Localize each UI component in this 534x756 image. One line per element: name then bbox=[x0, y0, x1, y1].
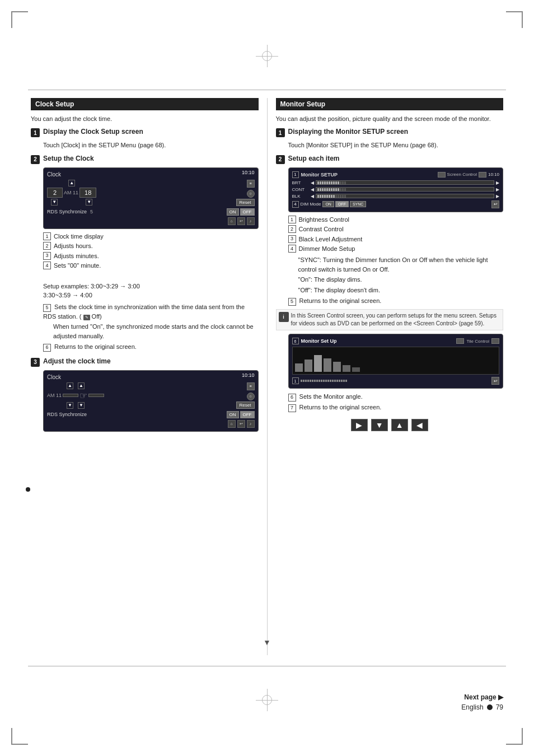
angle-slider-track bbox=[301, 380, 490, 382]
note-icon: i bbox=[279, 312, 289, 322]
side-icon-1[interactable]: ≡ bbox=[247, 180, 255, 188]
angle-bar-7 bbox=[352, 367, 360, 372]
min-down-btn-2[interactable]: ▼ bbox=[78, 402, 85, 409]
screen-bottom-icons-2: ⌂ ↩ ♪ bbox=[47, 420, 255, 428]
clock-list-item-4: 4 Sets "00" minute. bbox=[43, 262, 259, 270]
screen-icon-home-2[interactable]: ⌂ bbox=[228, 420, 236, 428]
am-pm-label: AM 11 bbox=[64, 190, 78, 195]
dim-off-btn[interactable]: OFF bbox=[335, 201, 349, 207]
page-num-row: English 79 bbox=[461, 703, 503, 711]
on-off-buttons: ON OFF bbox=[227, 208, 255, 216]
angle-bar-5 bbox=[333, 362, 341, 372]
cont-label: CONT bbox=[292, 187, 309, 192]
clock-list-item-1: 1 Clock time display bbox=[43, 232, 259, 241]
angle-end-icons: ↩ bbox=[491, 377, 499, 385]
brt-right-arrow[interactable]: ▶ bbox=[496, 180, 499, 185]
monitor-setup-section: Monitor Setup You can adjust the positio… bbox=[268, 98, 504, 655]
angle-icon-btn[interactable]: ↩ bbox=[491, 377, 499, 385]
arrow-left-btn[interactable]: ◀ bbox=[411, 419, 428, 431]
brt-track bbox=[316, 180, 495, 185]
arrow-right-btn[interactable]: ▶ bbox=[351, 419, 368, 431]
arrow-up-btn[interactable]: ▲ bbox=[391, 419, 408, 431]
min-up-btn-2[interactable]: ▲ bbox=[78, 382, 85, 389]
next-page-label: Next page ▶ bbox=[461, 693, 503, 701]
main-content: Clock Setup You can adjust the clock tim… bbox=[31, 98, 503, 655]
angle-bar-1 bbox=[295, 363, 303, 372]
monitor-num-7: 7 bbox=[288, 404, 296, 412]
monitor-list-text-2: Contrast Control bbox=[299, 225, 344, 234]
dim-icon[interactable]: ↩ bbox=[491, 200, 499, 208]
angle-icon-1 bbox=[456, 338, 464, 344]
clock-intro: You can adjust the clock time. bbox=[31, 115, 259, 123]
arrow-down-btn[interactable]: ▼ bbox=[371, 419, 388, 431]
cont-right-arrow[interactable]: ▶ bbox=[496, 187, 499, 192]
min-down-btn[interactable]: ▼ bbox=[86, 199, 92, 206]
rds-icon: ✎ bbox=[83, 315, 90, 320]
hour-display: 2 bbox=[47, 188, 63, 198]
reset-btn-1[interactable]: Reset bbox=[236, 199, 255, 206]
clock-setup-section: Clock Setup You can adjust the clock tim… bbox=[31, 98, 268, 655]
monitor-list-item-4: 4 Dimmer Mode Setup bbox=[288, 245, 504, 253]
clock-list-text-3: Adjusts minutes. bbox=[54, 252, 99, 260]
monitor-num-6: 6 bbox=[288, 394, 296, 402]
monitor-num-indicator: 1 bbox=[292, 171, 299, 178]
hour-display-2 bbox=[63, 394, 78, 397]
screen-ctrl-icon bbox=[438, 172, 446, 178]
monitor-list-num-2: 2 bbox=[288, 225, 296, 233]
rds-label: RDS Synchronize bbox=[47, 209, 87, 214]
rds-row: RDS Synchronize 5 ON OFF bbox=[47, 208, 255, 216]
on-off-buttons-2: ON OFF bbox=[227, 411, 255, 418]
clock-time-display-1: 10:10 bbox=[242, 170, 255, 175]
blk-left-arrow[interactable]: ◀ bbox=[311, 194, 314, 199]
monitor-time: 10:10 bbox=[488, 172, 499, 177]
clock-item6-text: 6 Returns to the original screen. bbox=[43, 342, 259, 352]
off-btn[interactable]: OFF bbox=[240, 208, 255, 216]
angle-screen-mockup: 6 Monitor Set Up Tile Control bbox=[288, 334, 504, 389]
monitor-list-item-1: 1 Brightness Control bbox=[288, 216, 504, 224]
brt-left-arrow[interactable]: ◀ bbox=[311, 180, 314, 185]
screen-ctrl-icon-2 bbox=[479, 172, 486, 178]
monitor-setup-title: Monitor Setup bbox=[280, 100, 326, 108]
clock-step-3: 3 Adjust the clock time bbox=[31, 357, 259, 367]
monitor-step-2-num: 2 bbox=[276, 155, 285, 164]
monitor-num-5: 5 bbox=[288, 298, 296, 306]
hour-up-btn-2[interactable]: ▲ bbox=[67, 382, 73, 389]
page-line-bottom bbox=[28, 666, 506, 666]
cont-left-arrow[interactable]: ◀ bbox=[311, 187, 314, 192]
down-arrow-indicator: ▼ bbox=[263, 638, 271, 647]
monitor-item7-text: 7 Returns to the original screen. bbox=[288, 403, 504, 412]
hour-up-btn[interactable]: ▲ bbox=[68, 180, 75, 186]
monitor-list-text-1: Brightness Control bbox=[299, 216, 350, 224]
side-icon-3[interactable]: ≡ bbox=[247, 382, 255, 390]
clock-item5-detail: When turned "On", the synchronized mode … bbox=[43, 322, 259, 340]
blk-right-arrow[interactable]: ▶ bbox=[496, 194, 499, 199]
bullet-point bbox=[26, 487, 30, 492]
on-btn[interactable]: ON bbox=[227, 208, 239, 216]
side-icon-4[interactable]: ○ bbox=[247, 393, 255, 400]
screen-control-label: Screen Control bbox=[447, 172, 477, 177]
angle-icon-2 bbox=[491, 338, 499, 344]
clock-list-text-1: Clock time display bbox=[54, 232, 104, 241]
on-btn-2[interactable]: ON bbox=[227, 411, 239, 418]
screen-icon-back[interactable]: ↩ bbox=[237, 217, 245, 225]
monitor-list-item-3: 3 Black Level Adjustment bbox=[288, 235, 504, 244]
side-icon-2[interactable]: ○ bbox=[247, 190, 255, 198]
screen-icon-audio-2[interactable]: ♪ bbox=[247, 420, 255, 428]
screen-icon-audio[interactable]: ♪ bbox=[247, 217, 255, 225]
angle-num-1: 6 bbox=[292, 338, 299, 344]
screen-icon-back-2[interactable]: ↩ bbox=[237, 420, 245, 428]
brt-label: BRT bbox=[292, 180, 309, 185]
hour-down-btn[interactable]: ▼ bbox=[51, 199, 58, 206]
dim-sync-btn[interactable]: SYNC bbox=[350, 201, 366, 207]
clock-setup-title: Clock Setup bbox=[35, 100, 74, 108]
rds-num: 5 bbox=[90, 209, 93, 214]
blk-label: BLK bbox=[292, 194, 309, 199]
reset-btn-2[interactable]: Reset bbox=[236, 402, 255, 409]
am-pm-2: AM 11 bbox=[47, 393, 62, 398]
off-btn-2[interactable]: OFF bbox=[240, 411, 255, 418]
screen-icon-home[interactable]: ⌂ bbox=[228, 217, 236, 225]
dim-on-btn[interactable]: ON bbox=[322, 201, 334, 207]
rds-label-2: RDS Synchronize bbox=[47, 412, 87, 417]
hour-down-btn-2[interactable]: ▼ bbox=[67, 402, 73, 409]
clock-list-num-2: 2 bbox=[43, 242, 51, 250]
